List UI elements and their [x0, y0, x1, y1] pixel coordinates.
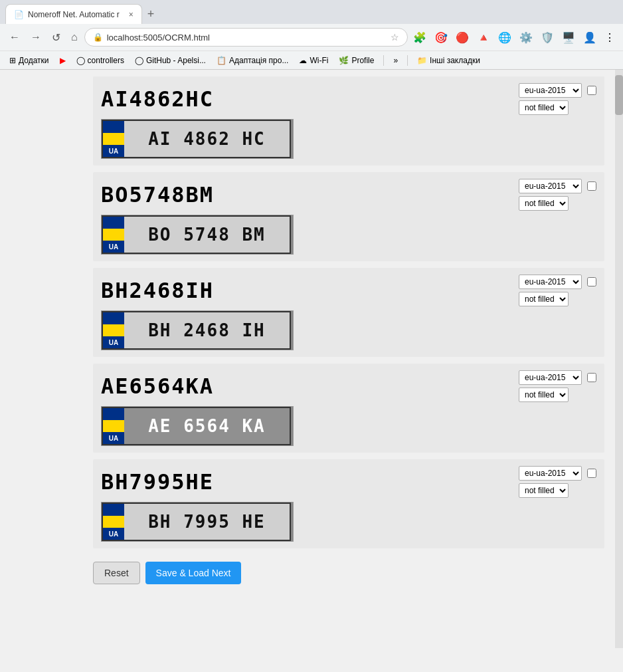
github2-icon: ◯ [135, 56, 143, 65]
scrollbar-thumb[interactable] [615, 75, 623, 115]
youtube-icon: ▶ [60, 56, 66, 65]
extension2-button[interactable]: 🔴 [453, 30, 472, 45]
plate3-image: UA BH 2468 IH [101, 310, 294, 350]
plate2-type-select[interactable]: eu-ua-2015 eu-ua-2004 eu-ua-1995 xx-unkn… [519, 179, 582, 193]
bookmark-youtube[interactable]: ▶ [56, 55, 70, 66]
profile-leaf-icon: 🌿 [339, 56, 349, 65]
plate3-top-controls: eu-ua-2015 eu-ua-2004 eu-ua-1995 xx-unkn… [519, 275, 596, 289]
plate2-ua-plate: UA BO 5748 BM [102, 215, 291, 254]
bookmarks-bar: ⊞ Додатки ▶ ◯ controllers ◯ GitHub - Ape… [0, 51, 623, 69]
bookmark-github1-label: controllers [88, 56, 124, 65]
plate2-controls: eu-ua-2015 eu-ua-2004 eu-ua-1995 xx-unkn… [519, 179, 596, 211]
plate3-type-select[interactable]: eu-ua-2015 eu-ua-2004 eu-ua-1995 xx-unkn… [519, 275, 582, 289]
plate3-plate-number: BH 2468 IH [124, 320, 290, 340]
plate5-type-select[interactable]: eu-ua-2015 eu-ua-2004 eu-ua-1995 xx-unkn… [519, 466, 582, 481]
plate5-status-select[interactable]: not filled filled skipped [519, 483, 569, 498]
plate5-plate-number: BH 7995 HE [124, 512, 290, 532]
plate5-controls: eu-ua-2015 eu-ua-2004 eu-ua-1995 xx-unkn… [519, 466, 596, 498]
extension4-button[interactable]: 🌐 [495, 30, 514, 45]
plate1-text: AI4862HC [101, 86, 214, 112]
more-button[interactable]: ⋮ [602, 30, 618, 45]
folder-icon: 📁 [417, 56, 427, 65]
plate3-status-select[interactable]: not filled filled skipped [519, 292, 569, 306]
tab-close-button[interactable]: × [129, 10, 134, 19]
other-bookmarks-label: Інші закладки [430, 56, 480, 65]
plate2-checkbox[interactable] [587, 181, 596, 191]
bookmark-adapt[interactable]: 📋 Адаптація про... [213, 55, 292, 66]
bookmark-star-icon[interactable]: ☆ [391, 32, 399, 43]
bookmark-github2-label: GitHub - Apelsi... [146, 56, 206, 65]
forward-button[interactable]: → [27, 29, 45, 46]
home-button[interactable]: ⌂ [67, 29, 82, 46]
bottom-buttons: Reset Save & Load Next [0, 555, 623, 584]
bookmarks-more-icon: » [393, 56, 398, 65]
plate3-ua-plate: UA BH 2468 IH [102, 311, 291, 350]
extension5-button[interactable]: ⚙️ [517, 30, 535, 45]
plate-entry-2: BO5748BM eu-ua-2015 eu-ua-2004 eu-ua-199… [93, 172, 604, 261]
bookmarks-divider2 [407, 55, 408, 66]
address-bar[interactable]: 🔒 localhost:5005/OCRM.html ☆ [84, 28, 408, 47]
bookmarks-more-button[interactable]: » [389, 55, 402, 66]
bookmarks-divider [383, 55, 384, 66]
plate3-checkbox[interactable] [587, 277, 596, 286]
save-load-next-button[interactable]: Save & Load Next [145, 562, 242, 584]
extensions-button[interactable]: 🧩 [410, 30, 429, 45]
scrollbar[interactable] [615, 70, 623, 648]
bookmark-wifi[interactable]: ☁ Wi-Fi [295, 55, 332, 66]
lock-icon: 🔒 [93, 33, 103, 42]
extension7-button[interactable]: 🖥️ [559, 30, 578, 45]
new-tab-button[interactable]: + [142, 5, 160, 24]
bookmark-profile-label: Profile [351, 56, 374, 65]
browser-chrome: 📄 Nomeroff Net. Automatic r × + ← → ↺ ⌂ … [0, 0, 623, 70]
plate1-checkbox[interactable] [587, 86, 596, 95]
plate4-ua-plate: UA AE 6564 KA [102, 407, 291, 445]
bookmark-profile[interactable]: 🌿 Profile [335, 55, 378, 66]
plate3-text: BH2468IH [101, 278, 214, 303]
other-bookmarks[interactable]: 📁 Інші закладки [413, 55, 484, 66]
plate-entry-1: AI4862HC eu-ua-2015 eu-ua-2004 eu-ua-199… [93, 76, 604, 166]
plate1-status-select[interactable]: not filled filled skipped [519, 100, 569, 115]
plate2-ua-label: UA [109, 243, 118, 251]
plate3-top-row: BH2468IH eu-ua-2015 eu-ua-2004 eu-ua-199… [101, 275, 596, 306]
plate3-controls: eu-ua-2015 eu-ua-2004 eu-ua-1995 xx-unkn… [519, 275, 596, 306]
bookmark-github1[interactable]: ◯ controllers [72, 55, 128, 66]
reset-button[interactable]: Reset [93, 562, 140, 584]
plate1-plate-number: AI 4862 HC [124, 129, 290, 149]
back-button[interactable]: ← [5, 29, 24, 46]
plate2-plate-number: BO 5748 BM [124, 225, 290, 245]
plate4-top-controls: eu-ua-2015 eu-ua-2004 eu-ua-1995 xx-unkn… [519, 370, 596, 385]
bookmark-dodatky-label: Додатки [19, 56, 49, 65]
extension6-button[interactable]: 🛡️ [538, 30, 557, 45]
extension3-button[interactable]: 🔺 [474, 30, 493, 45]
plate1-type-select[interactable]: eu-ua-2015 eu-ua-2004 eu-ua-1995 xx-unkn… [519, 83, 582, 98]
tab-bar: 📄 Nomeroff Net. Automatic r × + [0, 0, 623, 24]
bookmark-github2[interactable]: ◯ GitHub - Apelsi... [131, 55, 210, 66]
plate1-ua-plate: UA AI 4862 HC [102, 120, 291, 158]
plate5-top-controls: eu-ua-2015 eu-ua-2004 eu-ua-1995 xx-unkn… [519, 466, 596, 481]
tab-title: Nomeroff Net. Automatic r [28, 10, 120, 19]
plate1-ua-label: UA [109, 148, 118, 155]
plate4-top-row: AE6564KA eu-ua-2015 eu-ua-2004 eu-ua-199… [101, 370, 596, 402]
plate4-checkbox[interactable] [587, 373, 596, 382]
plate4-ua-label: UA [109, 435, 118, 442]
plate4-text: AE6564KA [101, 374, 214, 399]
extension1-button[interactable]: 🎯 [432, 30, 450, 45]
plate5-checkbox[interactable] [587, 469, 596, 478]
active-tab[interactable]: 📄 Nomeroff Net. Automatic r × [5, 4, 142, 24]
plate4-status-select[interactable]: not filled filled skipped [519, 388, 569, 402]
plate1-top-controls: eu-ua-2015 eu-ua-2004 eu-ua-1995 xx-unkn… [519, 83, 596, 98]
plate1-ua-strip: UA [103, 121, 124, 157]
wifi-icon: ☁ [299, 56, 307, 65]
plate-entry-4: AE6564KA eu-ua-2015 eu-ua-2004 eu-ua-199… [93, 364, 604, 453]
plate2-status-select[interactable]: not filled filled skipped [519, 196, 569, 211]
plate2-image: UA BO 5748 BM [101, 215, 294, 255]
plate-entry-3: BH2468IH eu-ua-2015 eu-ua-2004 eu-ua-199… [93, 268, 604, 357]
plate4-ua-strip: UA [103, 408, 124, 444]
plate5-ua-strip: UA [103, 504, 124, 540]
nav-bar: ← → ↺ ⌂ 🔒 localhost:5005/OCRM.html ☆ 🧩 🎯… [0, 24, 623, 51]
refresh-button[interactable]: ↺ [48, 29, 64, 47]
adapt-icon: 📋 [217, 56, 226, 65]
bookmark-dodatky[interactable]: ⊞ Додатки [5, 55, 53, 66]
plate4-type-select[interactable]: eu-ua-2015 eu-ua-2004 eu-ua-1995 xx-unkn… [519, 370, 582, 385]
profile-button[interactable]: 👤 [580, 30, 599, 45]
